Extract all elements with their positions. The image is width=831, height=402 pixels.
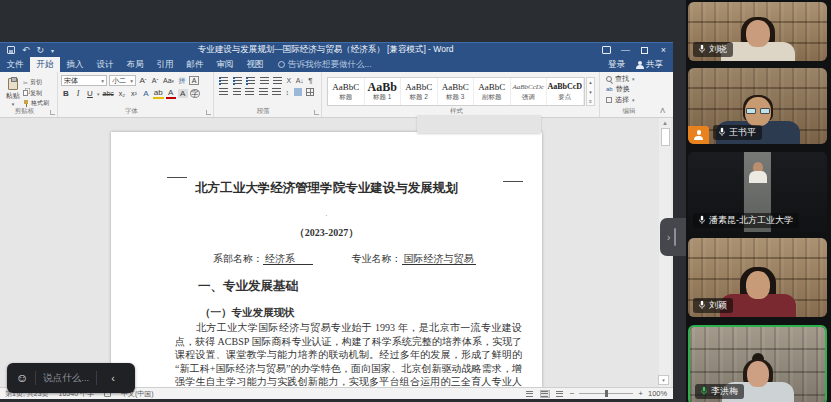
sort-icon[interactable]: A↓ [296, 77, 304, 84]
zoom-in-button[interactable]: + [638, 389, 643, 398]
change-case-button[interactable]: Aa▾ [162, 75, 175, 86]
align-center-icon[interactable] [233, 88, 241, 96]
scroll-thumb[interactable] [661, 128, 670, 146]
tab-insert[interactable]: 插入 [60, 57, 90, 72]
floating-tooltip [417, 115, 541, 133]
align-right-icon[interactable] [245, 88, 254, 96]
clipboard-dialog-launcher[interactable] [50, 110, 55, 115]
font-family-select[interactable]: 宋体▾ [61, 75, 107, 86]
show-marks-icon[interactable]: ¶ [308, 76, 312, 85]
scrollbar-bottom-button[interactable]: ▾ [658, 375, 669, 385]
close-button[interactable]: × [654, 43, 673, 57]
restore-button[interactable] [635, 43, 654, 57]
justify-icon[interactable] [259, 88, 268, 96]
borders-icon[interactable] [306, 88, 314, 96]
tab-home[interactable]: 开始 [30, 57, 60, 72]
style-item[interactable]: AaBbC标题 [328, 78, 365, 105]
tab-view[interactable]: 视图 [240, 57, 270, 72]
read-mode-button[interactable] [525, 390, 535, 398]
tab-references[interactable]: 引用 [150, 57, 180, 72]
phonetic-guide-button[interactable]: 拼 [177, 75, 187, 86]
font-color-button[interactable]: A [166, 88, 176, 99]
zoom-out-button[interactable]: − [570, 389, 575, 398]
font-dialog-launcher[interactable] [206, 110, 211, 115]
styles-gallery-scroll[interactable]: ▴▾≡ [586, 77, 595, 106]
style-item[interactable]: AaBbCcDc强调 [511, 78, 548, 105]
copy-button[interactable]: 复制 [23, 89, 49, 98]
shrink-font-button[interactable]: Aˇ [150, 75, 160, 86]
underline-button[interactable]: U [85, 88, 95, 99]
styles-group: AaBbC标题 AaBb标题 1 AaBbC标题 2 AaBbC标题 3 AaB… [322, 72, 600, 117]
scroll-up-icon[interactable]: ▲ [659, 118, 671, 126]
chat-input-bubble[interactable]: ☺ 说点什么... ‹ [7, 363, 135, 393]
paragraph-dialog-launcher[interactable] [314, 110, 319, 115]
bold-button[interactable]: B [61, 88, 71, 99]
tab-review[interactable]: 审阅 [210, 57, 240, 72]
style-item[interactable]: AaBbC标题 2 [401, 78, 438, 105]
print-layout-button[interactable] [540, 390, 550, 398]
zoom-slider[interactable] [579, 393, 633, 394]
participant-tile[interactable]: 刘晓 [688, 2, 827, 61]
style-item[interactable]: AaBbC标题 3 [438, 78, 475, 105]
style-item[interactable]: AaBbCcD要点 [547, 78, 584, 105]
line-spacing-icon[interactable]: ↕ [286, 89, 290, 96]
character-shading-button[interactable]: A [178, 89, 188, 98]
tab-layout[interactable]: 布局 [120, 57, 150, 72]
ribbon-display-options-icon[interactable] [597, 43, 616, 57]
subscript-button[interactable]: x₂ [117, 88, 127, 99]
emoji-icon[interactable]: ☺ [16, 371, 28, 385]
numbering-icon[interactable] [233, 77, 242, 85]
multilevel-list-icon[interactable] [246, 77, 255, 85]
word-titlebar: ↶ ↻ ▾ 专业建设与发展规划—国际经济与贸易（经济系） [兼容模式] - Wo… [0, 42, 673, 57]
zoom-slider-thumb[interactable] [605, 390, 608, 397]
mic-icon [698, 300, 706, 310]
share-button[interactable]: 共享 [635, 59, 663, 71]
font-size-select[interactable]: 小二▾ [109, 75, 136, 86]
highlight-color-button[interactable]: ab [153, 88, 164, 99]
participant-tile-active-speaker[interactable]: 李洪梅 [688, 325, 827, 402]
style-item[interactable]: AaBb标题 1 [365, 78, 402, 105]
participant-tile[interactable]: 刘颖 [688, 238, 827, 317]
tell-me-box[interactable]: 告诉我你想要做什么... [270, 57, 380, 72]
distribute-icon[interactable] [272, 88, 281, 96]
chat-collapse-icon[interactable]: ‹ [111, 372, 115, 384]
save-icon[interactable] [7, 46, 15, 54]
participant-tile[interactable]: 潘素昆-北方工业大学 [688, 152, 827, 232]
enclose-characters-button[interactable]: 字 [190, 89, 200, 98]
document-page[interactable]: 北方工业大学经济管理学院专业建设与发展规划 · （2023-2027） 系部名称… [111, 132, 542, 387]
find-button[interactable]: 查找▾ [606, 74, 664, 83]
participant-tile[interactable]: 王书平 [688, 68, 827, 144]
undo-icon[interactable]: ↶ [22, 45, 30, 55]
increase-indent-icon[interactable] [273, 77, 282, 85]
select-button[interactable]: 选择▾ [606, 95, 664, 104]
cut-button[interactable]: ✂剪切 [23, 78, 49, 87]
mic-icon [698, 215, 706, 225]
bullets-icon[interactable] [219, 77, 228, 85]
replace-button[interactable]: ab替换 [606, 85, 664, 94]
character-border-button[interactable]: A [189, 76, 199, 85]
tab-design[interactable]: 设计 [90, 57, 120, 72]
mic-active-icon [700, 386, 708, 396]
participant-name-badge: 李洪梅 [695, 384, 744, 400]
sign-in-button[interactable]: 登录 [608, 59, 625, 71]
asian-layout-icon[interactable]: X [287, 77, 292, 84]
tab-file[interactable]: 文件 [0, 57, 30, 72]
zoom-level[interactable]: 100% [648, 389, 670, 398]
web-layout-button[interactable] [555, 390, 565, 398]
decrease-indent-icon[interactable] [260, 77, 269, 85]
chat-placeholder[interactable]: 说点什么... [43, 372, 89, 385]
text-effects-button[interactable]: A [141, 88, 151, 99]
minimize-button[interactable]: — [616, 43, 635, 57]
tab-mailings[interactable]: 邮件 [180, 57, 210, 72]
grow-font-button[interactable]: Aˆ [138, 75, 148, 86]
italic-button[interactable]: I [73, 88, 83, 99]
redo-icon[interactable]: ↻ [37, 45, 45, 55]
align-left-icon[interactable] [219, 88, 228, 96]
shading-icon[interactable] [294, 88, 302, 96]
superscript-button[interactable]: x² [129, 88, 139, 99]
collapse-ribbon-icon[interactable]: ᐱ [660, 107, 665, 115]
sidebar-collapse-handle[interactable]: › [660, 218, 686, 256]
style-item[interactable]: AaBbC副标题 [474, 78, 511, 105]
strikethrough-button[interactable]: abc [102, 88, 115, 99]
paste-button[interactable]: 粘贴 ▾ [3, 75, 23, 107]
